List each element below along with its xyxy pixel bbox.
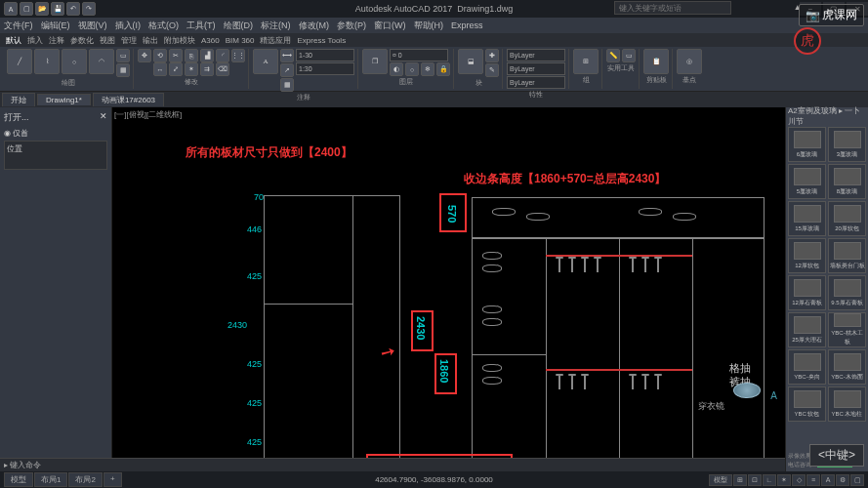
layout-tab[interactable]: 布局2	[68, 472, 102, 487]
palette-item[interactable]: 墙板类台门板	[828, 238, 866, 273]
scale-icon[interactable]: ⤢	[169, 62, 183, 76]
sb-snap-icon[interactable]: ⊡	[748, 474, 762, 486]
ribbon-tab[interactable]: 默认	[6, 35, 21, 46]
ribbon-tab[interactable]: Express Tools	[297, 36, 346, 45]
sb-osnap-icon[interactable]: ◇	[792, 474, 806, 486]
block-edit-icon[interactable]: ✎	[485, 63, 499, 77]
file-tab[interactable]: Drawing1*	[37, 94, 91, 105]
table-icon[interactable]: ▦	[280, 78, 294, 92]
arc-icon[interactable]: ◠	[89, 49, 114, 74]
open-icon[interactable]: 📂	[35, 2, 49, 16]
palette-item[interactable]: YBC 软包	[788, 386, 826, 422]
copy-icon[interactable]: ⎘	[185, 49, 198, 62]
layer-iso-icon[interactable]: ◐	[390, 62, 403, 76]
ribbon-tab[interactable]: 参数化	[70, 35, 94, 46]
circle-icon[interactable]: ○	[62, 49, 87, 74]
menu-item[interactable]: 插入(I)	[115, 20, 142, 32]
block-create-icon[interactable]: ✚	[485, 49, 499, 62]
sb-ortho-icon[interactable]: ∟	[763, 474, 776, 486]
palette-item[interactable]: 3厘玻璃	[828, 127, 866, 162]
stretch-icon[interactable]: ↔	[153, 62, 167, 76]
new-icon[interactable]: ▢	[20, 2, 33, 16]
palette-item[interactable]: 9.5厚石膏板	[828, 275, 866, 310]
ribbon-tab[interactable]: 插入	[27, 35, 43, 46]
layout-tab[interactable]: +	[103, 472, 122, 487]
move-icon[interactable]: ✥	[138, 49, 151, 62]
ribbon-tab[interactable]: 输出	[143, 35, 158, 46]
panel-open[interactable]: 打开...	[4, 111, 29, 124]
scale-dropdown[interactable]: 1:30	[296, 62, 354, 75]
linetype-dropdown[interactable]: ByLayer	[507, 62, 565, 75]
menu-item[interactable]: 格式(O)	[148, 20, 179, 32]
palette-item[interactable]: 6厘玻璃	[788, 127, 826, 162]
menu-item[interactable]: 文件(F)	[4, 20, 33, 32]
rotate-icon[interactable]: ⟲	[153, 49, 167, 62]
offset-icon[interactable]: ⇉	[200, 62, 214, 76]
trim-icon[interactable]: ✂	[169, 49, 183, 62]
panel-close-icon[interactable]: ✕	[100, 111, 107, 124]
viewcube-a-icon[interactable]: A	[770, 390, 777, 401]
erase-icon[interactable]: ⌫	[216, 62, 229, 76]
palette-item[interactable]: 5厘玻璃	[788, 164, 826, 199]
fillet-icon[interactable]: ◜	[216, 49, 229, 62]
palette-item[interactable]: 8厘玻璃	[828, 164, 866, 199]
ribbon-tab[interactable]: BIM 360	[226, 36, 255, 45]
redo-icon[interactable]: ↷	[82, 2, 96, 16]
paste-icon[interactable]: 📋	[643, 49, 669, 74]
drawing-canvas[interactable]: [一][俯视][二维线框] 所有的板材尺寸只做到【2400】 收边条高度【186…	[112, 107, 785, 471]
file-tab[interactable]: 开始	[2, 93, 35, 106]
menu-item[interactable]: 编辑(E)	[41, 20, 70, 32]
palette-item[interactable]: 12厚石膏板	[788, 275, 826, 310]
text-icon[interactable]: A	[253, 49, 278, 74]
array-icon[interactable]: ⋮⋮	[231, 49, 245, 62]
sb-model[interactable]: 模型	[709, 474, 732, 486]
ribbon-tab[interactable]: 精选应用	[260, 35, 291, 46]
undo-icon[interactable]: ↶	[66, 2, 80, 16]
palette-item[interactable]: 15厚玻璃	[788, 201, 826, 236]
dimstyle-dropdown[interactable]: 1-30	[296, 49, 354, 61]
search-input[interactable]: 键入关键字或短语	[614, 1, 731, 15]
sb-polar-icon[interactable]: ✶	[777, 474, 791, 486]
block-insert-icon[interactable]: ⬓	[458, 49, 483, 74]
palette-item[interactable]: 25厚大理石	[788, 312, 826, 347]
palette-item[interactable]: YBC-木饰面	[828, 349, 866, 385]
palette-item[interactable]: 20厚软包	[828, 201, 866, 236]
palette-item[interactable]: YBC-央向	[788, 349, 826, 385]
palette-item[interactable]: YBC-桔木工板	[828, 312, 866, 347]
ribbon-tab[interactable]: A360	[201, 36, 220, 45]
leader-icon[interactable]: ↗	[280, 63, 294, 77]
save-icon[interactable]: 💾	[51, 2, 64, 16]
line-icon[interactable]: ╱	[7, 49, 32, 74]
app-icon[interactable]: A	[4, 2, 18, 16]
menu-item[interactable]: 帮助(H)	[414, 20, 444, 32]
command-line[interactable]: ▸ 键入命令	[0, 458, 785, 471]
panel-list[interactable]: 位置	[4, 141, 107, 170]
color-dropdown[interactable]: ByLayer	[507, 49, 565, 61]
ribbon-tab[interactable]: 管理	[121, 35, 137, 46]
menu-item[interactable]: 工具(T)	[186, 20, 216, 32]
layer-lock-icon[interactable]: 🔒	[436, 62, 450, 76]
layer-dropdown[interactable]: ¤ 0	[390, 49, 448, 61]
menu-item[interactable]: Express	[451, 20, 483, 30]
menu-item[interactable]: 标注(N)	[261, 20, 291, 32]
ribbon-tab[interactable]: 附加模块	[164, 35, 195, 46]
file-tab[interactable]: 动画课17#2603	[93, 93, 164, 106]
lineweight-dropdown[interactable]: ByLayer	[507, 76, 565, 89]
layout-tab[interactable]: 模型	[4, 472, 33, 487]
menu-item[interactable]: 视图(V)	[78, 20, 107, 32]
layer-freeze-icon[interactable]: ❄	[421, 62, 434, 76]
sb-grid-icon[interactable]: ⊞	[733, 474, 747, 486]
sb-anno-icon[interactable]: A	[821, 474, 835, 486]
sb-lw-icon[interactable]: ≡	[806, 474, 820, 486]
layer-prop-icon[interactable]: ❐	[362, 49, 388, 74]
menu-item[interactable]: 绘图(D)	[224, 20, 254, 32]
mirror-icon[interactable]: ▟	[200, 49, 214, 62]
measure-icon[interactable]: 📏	[606, 49, 620, 62]
palette-item[interactable]: YBC 木地柱	[828, 386, 866, 422]
rect-icon[interactable]: ▭	[116, 49, 130, 62]
menu-item[interactable]: 修改(M)	[299, 20, 330, 32]
palette-item[interactable]: 12厚软包	[788, 238, 826, 273]
layer-off-icon[interactable]: ○	[405, 62, 419, 76]
panel-filter[interactable]: ◉ 仅首	[4, 128, 107, 139]
ribbon-tab[interactable]: 注释	[49, 35, 64, 46]
